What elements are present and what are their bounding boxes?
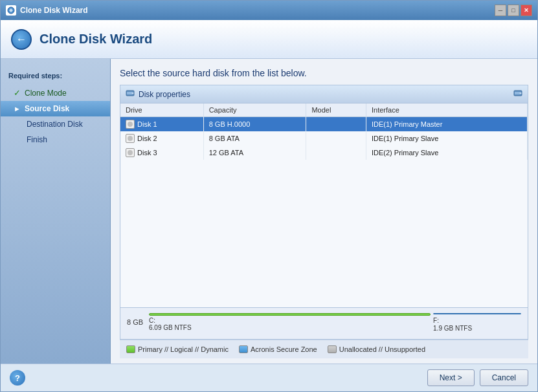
legend-unallocated-label: Unallocated // Unsupported (339, 345, 425, 353)
disk2-model (306, 131, 366, 146)
c-drive-sublabel: 6.09 GB NTFS (149, 324, 431, 331)
f-partition-bar (433, 313, 521, 314)
partition-bars: C: 6.09 GB NTFS F: 1.9 GB NTFS (149, 313, 521, 331)
table-row[interactable]: Disk 1 8 GB H.0000 IDE(1) Primary Master (120, 117, 528, 132)
disk-icon (126, 89, 135, 100)
disk-properties-header: Disk properties (120, 85, 528, 103)
sidebar: Required steps: ✓ Clone Mode ► Source Di… (1, 59, 111, 364)
sidebar-item-finish[interactable]: Finish (1, 132, 110, 147)
col-interface: Interface (366, 103, 527, 117)
sidebar-clone-mode-label: Clone Mode (25, 89, 67, 98)
sidebar-item-destination-disk[interactable]: Destination Disk (1, 116, 110, 132)
header-title: Clone Disk Wizard (39, 32, 152, 47)
table-row[interactable]: Disk 3 12 GB ATA IDE(2) Primary Slave (120, 146, 528, 160)
c-drive-label: C: (149, 317, 155, 324)
col-capacity: Capacity (203, 103, 306, 117)
right-panel: Select the source hard disk from the lis… (111, 59, 537, 364)
f-drive-sublabel: 1.9 GB NTFS (433, 325, 521, 332)
table-header: Drive Capacity Model Interface (120, 103, 528, 117)
partition-viz: 8 GB C: 6.09 GB NTFS (120, 307, 528, 339)
back-button[interactable]: ← (11, 29, 32, 50)
sidebar-section-title: Required steps: (1, 69, 110, 85)
disk2-drive: Disk 2 (120, 131, 203, 146)
disk-row-icon (126, 134, 135, 143)
disk3-capacity: 12 GB ATA (203, 146, 306, 160)
panel-instruction: Select the source hard disk from the lis… (120, 68, 528, 78)
disk1-interface: IDE(1) Primary Master (366, 117, 527, 132)
disk-row-icon (126, 148, 135, 157)
sidebar-destination-disk-label: Destination Disk (27, 120, 83, 129)
minimize-button[interactable]: ─ (495, 5, 506, 16)
main-content: Required steps: ✓ Clone Mode ► Source Di… (1, 59, 537, 364)
svg-rect-5 (515, 92, 520, 94)
disk3-drive: Disk 3 (120, 146, 203, 160)
next-button[interactable]: Next > (427, 369, 475, 386)
legend-gray-box (328, 345, 337, 353)
maximize-button[interactable]: □ (508, 5, 519, 16)
window-title: Clone Disk Wizard (20, 6, 88, 15)
legend-blue-box (239, 345, 248, 353)
disk-row-icon (126, 120, 135, 129)
disk2-capacity: 8 GB ATA (203, 131, 306, 146)
disk1-capacity: 8 GB H.0000 (203, 117, 306, 132)
disk-table: Drive Capacity Model Interface (120, 103, 528, 160)
disk2-interface: IDE(1) Primary Slave (366, 131, 527, 146)
legend-acronis: Acronis Secure Zone (239, 345, 317, 353)
window-icon (6, 5, 16, 16)
checkmark-icon: ✓ (14, 88, 21, 98)
disk-properties-icon-right (513, 89, 522, 100)
cancel-button[interactable]: Cancel (480, 369, 528, 386)
partition-bar-row: 8 GB C: 6.09 GB NTFS (127, 313, 521, 331)
table-row[interactable]: Disk 2 8 GB ATA IDE(1) Primary Slave (120, 131, 528, 146)
disk-table-body: Disk 1 8 GB H.0000 IDE(1) Primary Master (120, 117, 528, 160)
clone-disk-wizard-window: Clone Disk Wizard ─ □ ✕ ← Clone Disk Wiz… (0, 0, 538, 392)
legend-primary: Primary // Logical // Dynamic (126, 345, 229, 353)
legend-green-box (126, 345, 135, 353)
sidebar-finish-label: Finish (27, 135, 47, 144)
legend-primary-label: Primary // Logical // Dynamic (138, 345, 229, 353)
col-model: Model (306, 103, 366, 117)
f-partition-segment: F: 1.9 GB NTFS (433, 313, 521, 331)
sidebar-source-disk-label: Source Disk (25, 104, 69, 113)
disk3-model (306, 146, 366, 160)
arrow-icon: ► (14, 105, 21, 113)
f-drive-label: F: (433, 317, 439, 324)
svg-point-3 (132, 93, 134, 94)
disk-table-scroll[interactable]: Drive Capacity Model Interface (120, 103, 528, 307)
help-button[interactable]: ? (10, 370, 25, 386)
legend-unallocated: Unallocated // Unsupported (328, 345, 425, 353)
legend: Primary // Logical // Dynamic Acronis Se… (120, 340, 528, 358)
disk-size-label: 8 GB (127, 313, 146, 331)
footer: ? Next > Cancel (1, 364, 537, 391)
sidebar-item-clone-mode[interactable]: ✓ Clone Mode (1, 85, 110, 101)
svg-point-6 (520, 93, 522, 94)
header: ← Clone Disk Wizard (1, 20, 537, 59)
disk-properties-box: Disk properties Drive (120, 85, 528, 340)
window-controls: ─ □ ✕ (495, 5, 532, 16)
disk1-drive: Disk 1 (120, 117, 203, 132)
disk1-model (306, 117, 366, 132)
c-partition-segment: C: 6.09 GB NTFS (149, 313, 431, 331)
disk3-interface: IDE(2) Primary Slave (366, 146, 527, 160)
svg-rect-2 (127, 92, 132, 94)
sidebar-item-source-disk[interactable]: ► Source Disk (1, 101, 110, 116)
legend-acronis-label: Acronis Secure Zone (251, 345, 317, 353)
title-bar: Clone Disk Wizard ─ □ ✕ (1, 1, 537, 20)
col-drive: Drive (120, 103, 203, 117)
c-partition-bar (149, 313, 431, 316)
close-button[interactable]: ✕ (521, 5, 532, 16)
disk-properties-title: Disk properties (139, 90, 510, 99)
